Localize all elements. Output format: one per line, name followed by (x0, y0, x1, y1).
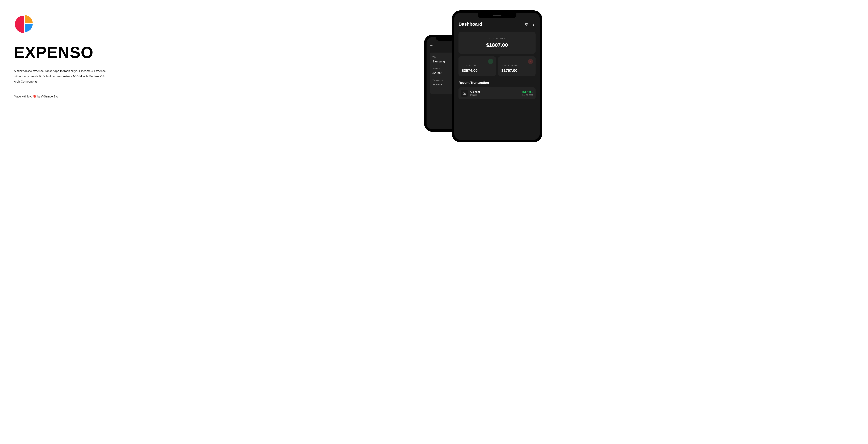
phone-mockup-front: Dashboard (452, 10, 542, 142)
transaction-category: Medical (470, 94, 519, 96)
transaction-name: G1 rent (470, 90, 519, 94)
transaction-date: Jan 28, 2021 (522, 94, 533, 96)
filter-icon[interactable] (524, 22, 528, 26)
expense-card: ↑ TOTAL EXPENSE $1767.00 (498, 56, 535, 76)
svg-point-1 (527, 23, 527, 24)
menu-dots-icon[interactable] (532, 22, 535, 26)
app-description: A minimalistic expense tracker app to tr… (14, 69, 111, 84)
page-title: Dashboard (459, 22, 482, 27)
balance-label: TOTAL BALANCE (464, 38, 530, 40)
recent-section-title: Recent Transaction (459, 81, 535, 84)
marketing-panel: EXPENSO A minimalistic expense tracker a… (14, 10, 417, 444)
svg-point-3 (526, 24, 526, 25)
transaction-amount: +$1750.0 (522, 91, 533, 94)
logo-pie-icon (14, 14, 35, 35)
income-arrow-icon: ↓ (488, 59, 493, 64)
expense-label: TOTAL EXPENSE (501, 65, 532, 67)
app-title: EXPENSO (14, 43, 417, 62)
svg-rect-6 (464, 94, 465, 95)
credit-prefix: Made with love (14, 95, 33, 98)
expense-value: $1767.00 (501, 68, 532, 73)
transaction-row[interactable]: G1 rent Medical +$1750.0 Jan 28, 2021 (459, 88, 535, 99)
svg-point-5 (526, 25, 527, 25)
income-value: $3574.00 (462, 68, 493, 73)
income-card: ↓ TOTAL INCOME $3574.00 (459, 56, 496, 76)
balance-card: TOTAL BALANCE $1807.00 (459, 32, 535, 54)
income-label: TOTAL INCOME (462, 65, 493, 67)
balance-value: $1807.00 (464, 42, 530, 48)
credit-line: Made with love ❤️ by @SameerSyd (14, 95, 417, 98)
home-icon (461, 90, 468, 97)
mockup-area: ← Title Samsung I Amount $2,390 Transact… (424, 10, 854, 444)
heart-icon: ❤️ (33, 95, 37, 98)
credit-suffix: by @SameerSyd (37, 95, 59, 98)
expense-arrow-icon: ↑ (528, 59, 533, 64)
